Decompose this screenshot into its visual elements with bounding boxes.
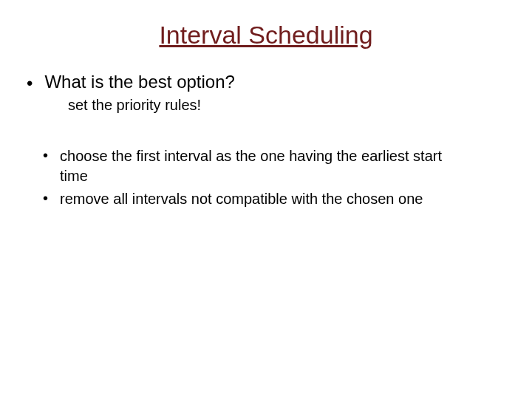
- bullet-icon: •: [43, 146, 48, 164]
- question-row: • What is the best option?: [27, 72, 532, 92]
- list-item: • choose the first interval as the one h…: [43, 146, 532, 186]
- bullet-icon: •: [27, 75, 33, 92]
- bullet-list: • choose the first interval as the one h…: [43, 146, 532, 209]
- question-text: What is the best option?: [44, 72, 234, 92]
- list-item-text: choose the first interval as the one hav…: [60, 146, 474, 186]
- bullet-icon: •: [43, 189, 48, 207]
- slide: Interval Scheduling • What is the best o…: [0, 0, 532, 399]
- list-item: • remove all intervals not compatible wi…: [43, 189, 532, 209]
- list-item-text: remove all intervals not compatible with…: [60, 189, 423, 209]
- subline-text: set the priority rules!: [68, 97, 532, 114]
- slide-title: Interval Scheduling: [0, 0, 532, 50]
